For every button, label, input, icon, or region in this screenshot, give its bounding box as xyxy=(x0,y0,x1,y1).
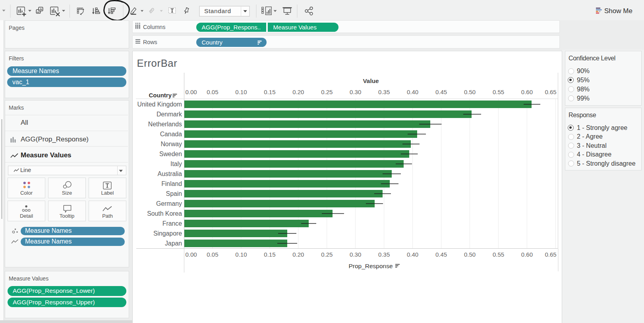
svg-text:Finland: Finland xyxy=(161,180,182,187)
svg-text:Japan: Japan xyxy=(165,240,182,247)
svg-text:Norway: Norway xyxy=(161,141,182,147)
svg-text:0.35: 0.35 xyxy=(378,251,390,258)
svg-text:0.05: 0.05 xyxy=(207,89,218,95)
svg-text:0.05: 0.05 xyxy=(207,251,218,258)
svg-text:0.55: 0.55 xyxy=(493,89,504,95)
svg-text:0.50: 0.50 xyxy=(464,89,476,95)
svg-text:0.00: 0.00 xyxy=(185,89,197,95)
svg-text:0.35: 0.35 xyxy=(378,89,390,95)
svg-text:0.00: 0.00 xyxy=(185,251,197,258)
svg-text:0.20: 0.20 xyxy=(292,89,304,95)
svg-text:0.30: 0.30 xyxy=(350,89,361,95)
svg-text:Canada: Canada xyxy=(160,131,182,137)
svg-text:0.60: 0.60 xyxy=(521,89,533,95)
svg-text:Prop_Response: Prop_Response xyxy=(348,263,393,269)
svg-text:United Kingdom: United Kingdom xyxy=(137,101,182,108)
svg-text:South Korea: South Korea xyxy=(147,210,182,217)
svg-text:0.30: 0.30 xyxy=(350,251,361,258)
svg-text:0.40: 0.40 xyxy=(407,251,418,258)
svg-text:ErrorBar: ErrorBar xyxy=(137,58,178,69)
svg-text:0.45: 0.45 xyxy=(435,89,447,95)
svg-text:Germany: Germany xyxy=(156,200,182,207)
svg-text:Italy: Italy xyxy=(170,161,182,167)
svg-text:Netherlands: Netherlands xyxy=(148,121,182,128)
svg-text:0.55: 0.55 xyxy=(493,251,504,258)
svg-text:0.60: 0.60 xyxy=(521,251,533,258)
svg-text:0.25: 0.25 xyxy=(321,251,333,258)
svg-text:0.65: 0.65 xyxy=(545,89,556,95)
svg-text:Show Me: Show Me xyxy=(604,7,632,15)
svg-text:Country: Country xyxy=(149,92,172,99)
svg-text:Spain: Spain xyxy=(166,190,182,197)
svg-text:Singapore: Singapore xyxy=(153,230,182,237)
svg-text:Standard: Standard xyxy=(204,8,231,14)
svg-text:Australia: Australia xyxy=(158,170,182,177)
svg-text:0.20: 0.20 xyxy=(292,251,304,258)
svg-text:France: France xyxy=(162,220,182,227)
svg-text:0.10: 0.10 xyxy=(235,89,247,95)
svg-text:0.45: 0.45 xyxy=(435,251,447,258)
svg-text:Value: Value xyxy=(363,77,379,84)
svg-text:0.50: 0.50 xyxy=(464,251,476,258)
svg-text:0.10: 0.10 xyxy=(235,251,247,258)
svg-text:0.15: 0.15 xyxy=(264,89,275,95)
svg-text:0.25: 0.25 xyxy=(321,89,333,95)
svg-text:Sweden: Sweden xyxy=(159,151,182,157)
svg-text:Denmark: Denmark xyxy=(157,111,182,118)
svg-text:0.15: 0.15 xyxy=(264,251,275,258)
svg-text:0.65: 0.65 xyxy=(545,251,556,258)
svg-text:0.40: 0.40 xyxy=(407,89,418,95)
